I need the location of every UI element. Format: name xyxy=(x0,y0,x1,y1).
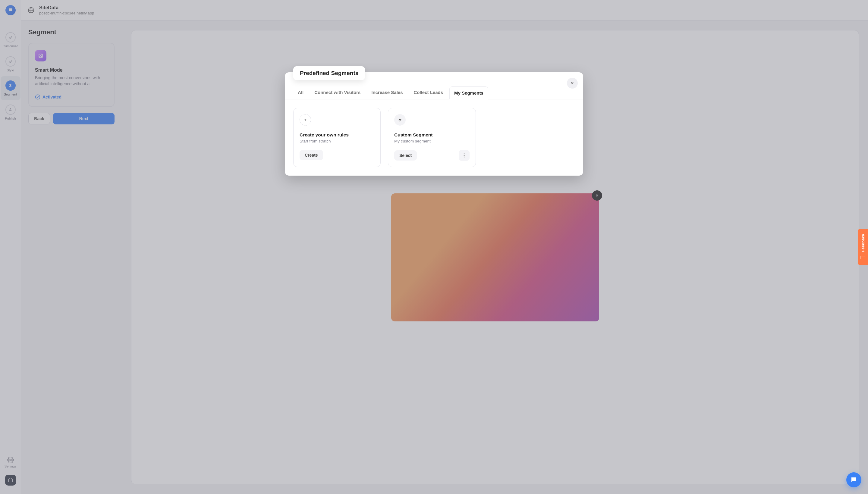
create-rules-card: Create your own rules Start from stratch… xyxy=(293,108,381,167)
svg-point-20 xyxy=(464,153,465,154)
feedback-tab[interactable]: Feedback xyxy=(858,229,868,265)
plus-circle-icon xyxy=(300,114,311,126)
dots-vertical-icon xyxy=(464,153,465,157)
feedback-label: Feedback xyxy=(861,234,865,252)
modal-body: Create your own rules Start from stratch… xyxy=(285,99,583,176)
more-options-button[interactable] xyxy=(459,150,469,161)
card-title: Custom Segment xyxy=(394,132,469,138)
chat-launcher[interactable] xyxy=(846,472,861,487)
tab-connect-visitors[interactable]: Connect with Visitors xyxy=(310,86,365,99)
feedback-icon xyxy=(860,255,866,260)
card-subtitle: My custom segment xyxy=(394,139,469,144)
segments-modal: Predefined Segments All Connect with Vis… xyxy=(285,72,583,176)
tab-my-segments[interactable]: My Segments xyxy=(449,87,488,99)
svg-rect-23 xyxy=(861,256,865,259)
tab-collect-leads[interactable]: Collect Leads xyxy=(409,86,448,99)
tab-increase-sales[interactable]: Increase Sales xyxy=(367,86,407,99)
svg-marker-19 xyxy=(399,118,401,122)
tab-all[interactable]: All xyxy=(293,86,308,99)
modal-title: Predefined Segments xyxy=(293,66,365,80)
bolt-icon xyxy=(394,114,406,126)
create-button[interactable]: Create xyxy=(300,150,323,160)
close-icon xyxy=(570,81,574,85)
select-button[interactable]: Select xyxy=(394,150,417,160)
chat-icon xyxy=(850,476,857,483)
modal-close-button[interactable] xyxy=(567,78,578,89)
custom-segment-card: Custom Segment My custom segment Select xyxy=(388,108,476,167)
svg-point-22 xyxy=(464,157,465,157)
card-subtitle: Start from stratch xyxy=(300,139,374,144)
svg-point-21 xyxy=(464,155,465,156)
card-title: Create your own rules xyxy=(300,132,374,138)
